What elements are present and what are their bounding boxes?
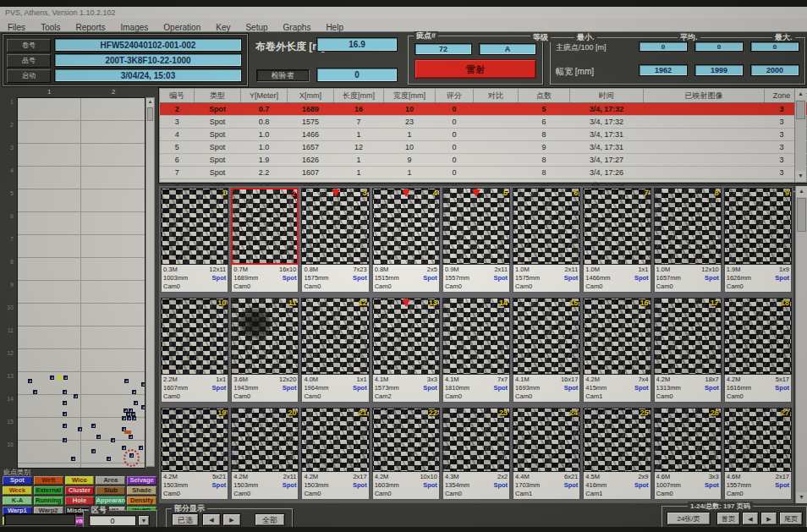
table-cell: 2 <box>160 103 195 116</box>
thumbnail-cell[interactable]: 134.1M1573mmCam23x3Spot <box>372 298 440 403</box>
next-page-icon[interactable]: ▶ <box>760 512 777 525</box>
thumbnail-cell[interactable]: 264.6M1007mmCam03x3Spot <box>654 408 722 500</box>
region-value-field[interactable]: 0 <box>89 515 136 526</box>
roll-defect-map[interactable] <box>17 97 145 469</box>
thumbnail-grid: 10.3M1003mmCam012x11Spot20.7M1689mmCam01… <box>159 186 793 503</box>
browse-selected-button[interactable]: 已选 <box>172 513 199 526</box>
defect-size: 1x1 <box>212 376 227 384</box>
roll-length-value: 16.9 <box>316 37 398 52</box>
browse-next-icon[interactable]: ▶ <box>222 513 241 526</box>
defect-size: 2x17 <box>775 473 789 481</box>
category-button-slub[interactable]: Slub <box>96 486 125 495</box>
label-right: 1x1Spot <box>212 376 227 401</box>
category-button-wico[interactable]: Wico <box>65 476 95 485</box>
browse-all-button[interactable]: 全部 <box>255 513 285 526</box>
table-row[interactable]: 2Spot0.716891610053/4, 17:323 <box>160 103 807 116</box>
region-dropdown-icon[interactable]: ▼ <box>138 515 150 526</box>
thumbnail-cell[interactable]: 274.6M1557mmCam02x17Spot <box>724 408 792 500</box>
per-page-button[interactable]: 24张/页 <box>667 512 711 525</box>
thumbnail-cell[interactable]: 40.8M1515mmCam02x5Spot <box>372 188 440 293</box>
thumbnail-cell[interactable]: 124.0M1964mmCam01x1Spot <box>301 298 369 403</box>
defect-image: 7 <box>583 188 651 265</box>
thumbnail-cell[interactable]: 224.2M1603mmCam010x10Spot <box>372 408 440 500</box>
thumbnail-cell[interactable]: 81.0M1657mmCam012x10Spot <box>654 188 722 293</box>
defect-marker-blue <box>63 390 67 394</box>
scroll-down-icon[interactable]: ▼ <box>795 171 806 182</box>
meter-scale-number: 6 <box>10 213 14 219</box>
thumbnail-cell[interactable]: 10.3M1003mmCam012x11Spot <box>161 188 228 293</box>
map-scroll-up-icon[interactable]: ▲ <box>146 98 154 107</box>
label-line-cam: Cam0 <box>375 282 399 291</box>
browse-prev-icon[interactable]: ◀ <box>202 513 221 526</box>
defect-marker-blue <box>28 379 32 383</box>
thumbnail-cell[interactable]: 30.8M1575mmCam07x23Spot <box>301 188 369 293</box>
last-page-button[interactable]: 尾页 <box>779 512 803 525</box>
defect-marker-blue <box>78 427 82 431</box>
map-scrollbar[interactable]: ▲ <box>145 97 155 467</box>
thumbnail-cell[interactable]: 244.4M1703mmCam16x21Spot <box>513 408 580 500</box>
defect-image: 3 <box>301 188 369 265</box>
meter-scale-number: 3 <box>10 145 14 151</box>
label-line-cam: Cam0 <box>515 282 540 291</box>
thumbnail-cell[interactable]: 194.2M1503mmCam05x21Spot <box>161 408 228 500</box>
thumbnail-cell[interactable]: 61.0M1575mmCam02x11Spot <box>513 188 580 293</box>
thumb-scroll-down-icon[interactable]: ▼ <box>796 492 807 503</box>
defect-number: 26 <box>711 409 719 417</box>
thumbnail-cell[interactable]: 102.2M1607mmCam01x1Spot <box>161 298 228 403</box>
thumb-scrollbar-thumb[interactable] <box>797 198 806 232</box>
defect-size: 18x7 <box>705 376 719 384</box>
laser-button[interactable]: 雷射 <box>414 59 536 79</box>
thumbnail-cell[interactable]: 154.1M1693mmCam016x17Spot <box>513 298 580 403</box>
category-button-shade[interactable]: Shade <box>127 486 156 495</box>
thumbnail-cell[interactable]: 174.2M1313mmCam018x7Spot <box>654 298 722 403</box>
label-line-m: 0.9M <box>445 266 469 274</box>
map-scrollbar-thumb[interactable] <box>147 107 153 121</box>
table-row[interactable]: 3Spot0.81575723063/4, 17:3231 <box>160 116 807 129</box>
thumbnail-cell[interactable]: 234.3M1354mmCam02x2Spot <box>442 408 510 500</box>
label-line-cam: Cam0 <box>656 392 681 401</box>
label-left: 4.2M1503mmCam0 <box>163 473 188 498</box>
first-page-button[interactable]: 首页 <box>716 512 740 525</box>
label-left: 4.2M1603mmCam0 <box>375 473 399 498</box>
category-button-hole[interactable]: Hole <box>65 496 95 505</box>
thumbnail-cell[interactable]: 184.2M1616mmCam05x17Spot <box>724 298 792 403</box>
category-button-running[interactable]: Running <box>34 496 63 505</box>
table-cell: 1626 <box>288 154 334 167</box>
scroll-up-icon[interactable]: ▲ <box>795 89 806 100</box>
category-button-spot[interactable]: Spot <box>3 476 32 485</box>
thumbnail-cell[interactable]: 50.9M1557mmCam02x11Spot <box>442 188 510 293</box>
table-row[interactable]: 4Spot1.0146611083/4, 17:313 <box>160 129 807 141</box>
category-button-area[interactable]: Area <box>96 476 125 485</box>
category-button-external[interactable]: External <box>34 486 63 495</box>
thumbnail-cell[interactable]: 20.7M1689mmCam016x10Spot <box>231 188 299 293</box>
category-button-appearance[interactable]: Appearance <box>96 496 125 505</box>
category-button-selvage[interactable]: Selvage <box>127 476 156 485</box>
thumbnail-cell[interactable]: 113.6M1943mmCam012x20Spot <box>231 298 299 403</box>
thumb-scroll-up-icon[interactable]: ▲ <box>796 186 807 197</box>
thumbnail-scrollbar[interactable]: ▲ ▼ <box>795 186 807 503</box>
category-button-ka[interactable]: K-A <box>3 496 32 505</box>
thumbnail-cell[interactable]: 254.5M416mmCam12x9Spot <box>583 408 651 500</box>
category-button-density[interactable]: Density <box>127 496 156 505</box>
thumbnail-cell[interactable]: 71.0M1466mmCam01x1Spot <box>583 188 651 293</box>
table-row[interactable]: 7Spot2.2160711083/4, 17:263 <box>160 167 807 179</box>
scrollbar-thumb[interactable] <box>796 101 805 119</box>
prev-page-icon[interactable]: ◀ <box>742 512 759 525</box>
table-row[interactable]: 6Spot1.9162619083/4, 17:273 <box>160 154 807 167</box>
table-scrollbar[interactable]: ▲ ▼ <box>794 89 806 182</box>
thumbnail-cell[interactable]: 91.9M1626mmCam01x9Spot <box>724 188 792 293</box>
defect-number: 23 <box>499 409 508 417</box>
table-row[interactable]: 5Spot1.016571210093/4, 17:313 <box>160 141 807 154</box>
label-right: 18x7Spot <box>705 376 719 401</box>
defect-marker-blue <box>63 401 67 405</box>
label-right: 12x11Spot <box>209 266 226 291</box>
thumbnail-cell[interactable]: 164.2M415mmCam17x4Spot <box>583 298 651 403</box>
category-button-weck[interactable]: Weck <box>3 486 32 495</box>
defect-type: Spot <box>775 274 789 282</box>
thumbnail-cell[interactable]: 144.1M1810mmCam07x7Spot <box>442 298 510 403</box>
category-button-weft[interactable]: Weft <box>34 476 63 485</box>
category-button-cluster[interactable]: Cluster <box>65 486 95 495</box>
thumbnail-cell[interactable]: 204.2M1503mmCam02x11Spot <box>231 408 299 500</box>
thumbnail-cell[interactable]: 214.2M1503mmCam02x17Spot <box>301 408 369 500</box>
defect-marker-redcircle <box>124 449 140 467</box>
